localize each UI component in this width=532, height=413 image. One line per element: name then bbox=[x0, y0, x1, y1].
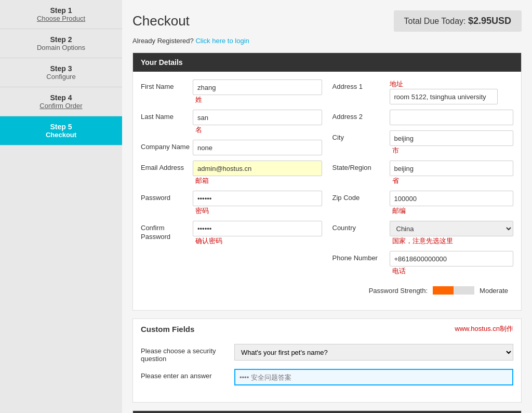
sidebar: Step 1 Choose Product Step 2 Domain Opti… bbox=[0, 0, 122, 413]
password-hint: 密码 bbox=[195, 207, 209, 215]
password-input-wrap: 密码 bbox=[193, 191, 322, 216]
zip-group: Zip Code 邮编 bbox=[332, 191, 514, 216]
zip-input[interactable] bbox=[390, 191, 514, 206]
password-group: Password 密码 bbox=[141, 191, 322, 216]
state-input[interactable] bbox=[390, 161, 514, 176]
email-hint: 邮箱 bbox=[195, 177, 209, 184]
security-answer-input-wrap bbox=[234, 369, 513, 385]
step5-label: Checkout bbox=[46, 131, 76, 139]
right-col: Address 1 地址 Address 2 bbox=[332, 79, 514, 281]
your-details-header: Your Details bbox=[133, 53, 521, 72]
city-input[interactable] bbox=[390, 130, 514, 146]
state-input-wrap: 省 bbox=[390, 161, 514, 185]
city-group: City 市 bbox=[332, 130, 514, 155]
address1-input[interactable] bbox=[390, 89, 498, 104]
confirm-password-input[interactable] bbox=[193, 221, 322, 236]
custom-fields-section: Custom Fields www.hostus.cn制作 Please cho… bbox=[132, 318, 522, 403]
last-name-input-wrap: 名 bbox=[193, 110, 322, 135]
city-input-wrap: 市 bbox=[390, 130, 514, 155]
country-select[interactable]: China United States United Kingdom bbox=[390, 221, 514, 236]
zip-input-wrap: 邮编 bbox=[390, 191, 514, 216]
company-group: Company Name bbox=[141, 140, 322, 155]
first-name-input[interactable] bbox=[193, 79, 322, 95]
strength-bar-empty bbox=[454, 286, 474, 295]
checkout-title: Checkout bbox=[132, 13, 190, 29]
phone-input-wrap: 电话 bbox=[390, 251, 514, 276]
details-form-row: First Name 姓 Last Name 名 bbox=[141, 79, 513, 281]
address1-hint: 地址 bbox=[390, 80, 403, 88]
your-details-section: Your Details First Name 姓 Last bbox=[132, 52, 522, 311]
first-name-group: First Name 姓 bbox=[141, 79, 322, 104]
first-name-hint: 姓 bbox=[195, 96, 202, 103]
step4-num: Step 4 bbox=[5, 94, 117, 102]
security-question-group: Please choose a security question What's… bbox=[141, 344, 513, 363]
step3-num: Step 3 bbox=[5, 64, 117, 73]
state-group: State/Region 省 bbox=[332, 161, 514, 185]
total-due-label: Total Due Today: bbox=[404, 17, 466, 25]
sidebar-item-step3[interactable]: Step 3 Configure bbox=[0, 58, 122, 87]
company-input-wrap bbox=[193, 140, 322, 155]
first-name-input-wrap: 姓 bbox=[193, 79, 322, 104]
city-hint: 市 bbox=[392, 146, 399, 154]
your-details-body: First Name 姓 Last Name 名 bbox=[133, 72, 521, 310]
country-label: Country bbox=[332, 221, 390, 233]
sidebar-item-step4[interactable]: Step 4 Confirm Order bbox=[0, 87, 122, 116]
phone-input[interactable] bbox=[390, 251, 514, 267]
zip-hint: 邮编 bbox=[392, 207, 406, 215]
state-hint: 省 bbox=[392, 177, 399, 184]
custom-fields-credit: www.hostus.cn制作 bbox=[455, 324, 513, 334]
security-question-select[interactable]: What's your first pet's name? What's you… bbox=[234, 344, 513, 361]
last-name-group: Last Name 名 bbox=[141, 110, 322, 135]
last-name-label: Last Name bbox=[141, 110, 193, 122]
strength-bar-fill bbox=[433, 286, 454, 295]
payment-method-section: Payment Method PayPal / Credit Card 支付方式 bbox=[132, 410, 522, 413]
email-group: Email Address 邮箱 bbox=[141, 161, 322, 185]
step2-label: Domain Options bbox=[37, 44, 85, 51]
address2-group: Address 2 bbox=[332, 110, 514, 125]
password-strength-row: Password Strength: Moderate bbox=[141, 286, 513, 295]
security-question-input-wrap: What's your first pet's name? What's you… bbox=[234, 344, 513, 361]
state-label: State/Region bbox=[332, 161, 390, 172]
phone-label: Phone Number bbox=[332, 251, 390, 263]
confirm-password-hint: 确认密码 bbox=[195, 237, 222, 245]
address1-label: Address 1 bbox=[332, 79, 390, 91]
first-name-label: First Name bbox=[141, 79, 193, 91]
step3-label: Configure bbox=[46, 73, 75, 81]
country-hint: 国家，注意先选这里 bbox=[392, 237, 453, 245]
security-answer-input[interactable] bbox=[234, 369, 513, 385]
main-content: Checkout Total Due Today: $2.95USD Alrea… bbox=[122, 0, 532, 413]
sidebar-item-step2[interactable]: Step 2 Domain Options bbox=[0, 29, 122, 58]
email-input-wrap: 邮箱 bbox=[193, 161, 322, 185]
strength-text: Moderate bbox=[480, 287, 508, 295]
total-due-amount: $2.95USD bbox=[468, 16, 511, 26]
email-input[interactable] bbox=[193, 161, 322, 176]
sidebar-item-step5[interactable]: Step 5 Checkout bbox=[0, 116, 122, 145]
left-col: First Name 姓 Last Name 名 bbox=[141, 79, 322, 281]
phone-group: Phone Number 电话 bbox=[332, 251, 514, 276]
sidebar-item-step1[interactable]: Step 1 Choose Product bbox=[0, 0, 122, 29]
step4-label: Confirm Order bbox=[39, 102, 82, 110]
step1-num: Step 1 bbox=[5, 6, 117, 15]
zip-label: Zip Code bbox=[332, 191, 390, 203]
already-registered-bar: Already Registered? Click here to login bbox=[132, 37, 522, 45]
address2-label: Address 2 bbox=[332, 110, 390, 122]
phone-hint: 电话 bbox=[392, 267, 406, 275]
your-details-title: Your Details bbox=[141, 58, 183, 66]
address1-input-wrap: 地址 bbox=[390, 79, 514, 104]
company-label: Company Name bbox=[141, 140, 193, 152]
checkout-header: Checkout Total Due Today: $2.95USD bbox=[132, 10, 522, 32]
confirm-password-group: Confirm Password 确认密码 bbox=[141, 221, 322, 246]
email-label: Email Address bbox=[141, 161, 193, 172]
password-input[interactable] bbox=[193, 191, 322, 206]
address2-input[interactable] bbox=[390, 110, 514, 125]
last-name-input[interactable] bbox=[193, 110, 322, 125]
total-due-box: Total Due Today: $2.95USD bbox=[394, 10, 522, 32]
security-question-label: Please choose a security question bbox=[141, 344, 234, 363]
company-input[interactable] bbox=[193, 140, 322, 155]
step5-num: Step 5 bbox=[5, 123, 117, 131]
country-input-wrap: China United States United Kingdom 国家，注意… bbox=[390, 221, 514, 246]
custom-fields-header: Custom Fields www.hostus.cn制作 bbox=[133, 319, 521, 339]
custom-fields-body: Please choose a security question What's… bbox=[133, 339, 521, 402]
confirm-password-label: Confirm Password bbox=[141, 221, 193, 242]
login-link[interactable]: Click here to login bbox=[195, 37, 249, 45]
